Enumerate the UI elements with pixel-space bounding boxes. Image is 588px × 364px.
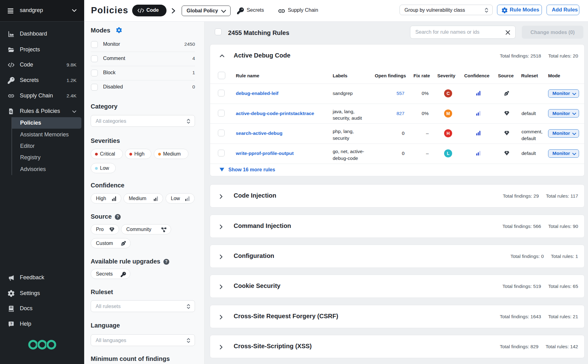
svg-text:?: ?	[10, 322, 12, 326]
